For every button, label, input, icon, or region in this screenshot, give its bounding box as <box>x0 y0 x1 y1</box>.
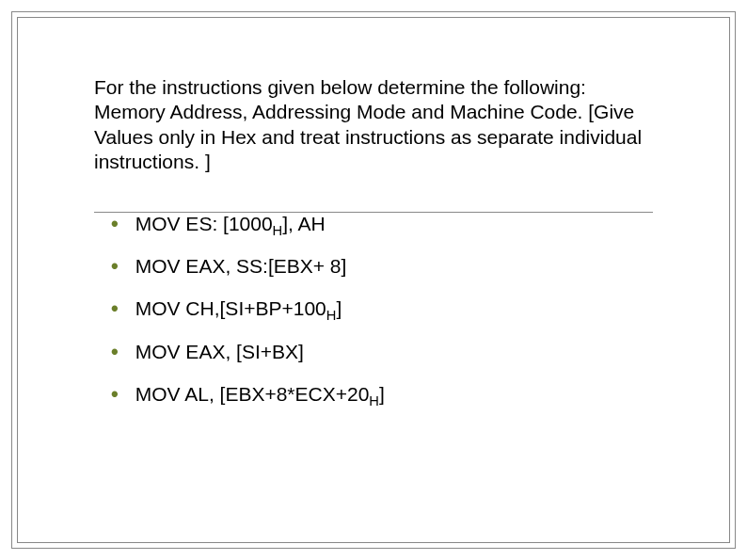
item-suffix: ] <box>336 297 342 319</box>
list-item: • MOV CH,[SI+BP+100H] <box>111 297 653 323</box>
item-text: MOV AL, [EBX+8*ECX+20H] <box>135 383 385 408</box>
item-sub: H <box>273 223 283 238</box>
item-text: MOV ES: [1000H], AH <box>135 213 326 238</box>
item-text: MOV CH,[SI+BP+100H] <box>135 297 342 323</box>
bullet-icon: • <box>111 298 119 319</box>
bullet-icon: • <box>111 256 119 277</box>
item-prefix: MOV EAX, SS:[EBX+ 8] <box>135 255 347 277</box>
item-suffix: ], AH <box>282 213 326 234</box>
list-item: • MOV ES: [1000H], AH <box>111 213 653 238</box>
bullet-list: • MOV ES: [1000H], AH • MOV EAX, SS:[EBX… <box>94 213 653 408</box>
list-item: • MOV EAX, SS:[EBX+ 8] <box>111 255 653 280</box>
item-prefix: MOV AL, [EBX+8*ECX+20 <box>135 383 370 405</box>
item-suffix: ] <box>379 383 385 405</box>
item-sub: H <box>369 393 379 408</box>
item-prefix: MOV ES: [1000 <box>135 213 273 234</box>
slide-content: For the instructions given below determi… <box>94 75 653 425</box>
bullet-icon: • <box>111 384 119 405</box>
heading-container: For the instructions given below determi… <box>94 75 653 213</box>
item-prefix: MOV CH,[SI+BP+100 <box>135 297 326 319</box>
list-item: • MOV AL, [EBX+8*ECX+20H] <box>111 383 653 408</box>
slide-heading: For the instructions given below determi… <box>94 75 653 174</box>
item-prefix: MOV EAX, [SI+BX] <box>135 341 304 362</box>
item-sub: H <box>326 309 337 324</box>
item-text: MOV EAX, [SI+BX] <box>135 341 304 366</box>
item-text: MOV EAX, SS:[EBX+ 8] <box>135 255 347 280</box>
list-item: • MOV EAX, [SI+BX] <box>111 341 653 366</box>
bullet-icon: • <box>111 342 119 362</box>
bullet-icon: • <box>111 214 119 234</box>
